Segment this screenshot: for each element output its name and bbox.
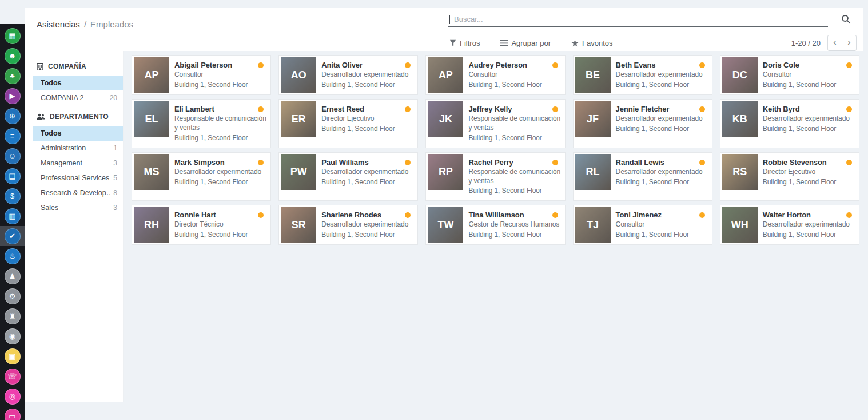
app-launcher-icon[interactable]: ♜ [0, 306, 25, 326]
company-filter-list: Todos COMPANIA 2 20 [25, 76, 123, 105]
employee-job-title: Desarrollador experimentado [321, 168, 415, 177]
employee-name: Ronnie Hart [174, 210, 268, 220]
attendance-status-dot[interactable] [699, 106, 705, 112]
app-launcher-icon[interactable]: ◎ [0, 386, 25, 406]
app-launcher-icon[interactable]: ▦ [0, 26, 25, 46]
app-launcher-icon[interactable]: ♣ [0, 66, 25, 86]
sidebar-item[interactable]: Todos [33, 126, 123, 141]
attendance-status-dot[interactable] [846, 160, 852, 165]
app-launcher-icon[interactable]: ♟ [0, 266, 25, 286]
employee-card[interactable]: WH Walter Horton Desarrollador experimen… [720, 205, 859, 245]
attendance-status-dot[interactable] [552, 62, 558, 68]
app-icon: ▤ [5, 168, 21, 184]
employee-card[interactable]: JF Jennie Fletcher Desarrollador experim… [573, 99, 712, 148]
employee-card[interactable]: KB Keith Byrd Desarrollador experimentad… [720, 99, 859, 148]
app-launcher-icon[interactable]: ♨ [0, 246, 25, 266]
sidebar-item[interactable]: Sales 3 [33, 200, 123, 215]
employee-card[interactable]: AP Audrey Peterson Consultor Building 1,… [425, 55, 565, 95]
employee-card[interactable]: RL Randall Lewis Desarrollador experimen… [573, 152, 712, 201]
search-input[interactable] [448, 13, 828, 27]
attendance-status-dot[interactable] [846, 62, 852, 68]
app-launcher-icon[interactable]: ☏ [0, 366, 25, 386]
employee-info: Anita Oliver Desarrollador experimentado… [316, 57, 416, 93]
sidebar-item-count: 3 [113, 159, 117, 167]
attendance-status-dot[interactable] [552, 160, 558, 165]
employee-info: Jeffrey Kelly Responsable de comunicació… [463, 101, 563, 146]
app-launcher-icon[interactable]: ▤ [0, 166, 25, 186]
pager-prev-button[interactable]: ‹ [827, 35, 842, 51]
employee-name: Toni Jimenez [616, 210, 709, 220]
employee-job-title: Desarrollador experimentado [616, 70, 709, 80]
pager-next-button[interactable]: › [842, 35, 857, 51]
app-icon: ▣ [5, 348, 21, 364]
attendance-status-dot[interactable] [699, 160, 705, 165]
attendance-status-dot[interactable] [552, 106, 558, 112]
employee-card[interactable]: RP Rachel Perry Responsable de comunicac… [425, 152, 565, 201]
sidebar-item[interactable]: COMPANIA 2 20 [33, 90, 123, 105]
employee-job-title: Responsable de comunicación y ventas [468, 168, 562, 186]
employee-job-title: Director Técnico [174, 220, 268, 229]
app-launcher-icon[interactable]: ▭ [0, 406, 25, 420]
attendance-status-dot[interactable] [552, 212, 558, 218]
employee-info: Mark Simpson Desarrollador experimentado… [169, 154, 269, 199]
app-launcher-icon[interactable]: $ [0, 186, 25, 206]
employee-info: Abigail Peterson Consultor Building 1, S… [169, 57, 269, 93]
favorites-button[interactable]: Favoritos [571, 39, 612, 47]
employee-name: Paul Williams [321, 157, 415, 167]
employee-job-title: Director Ejecutivo [321, 114, 415, 124]
employee-card[interactable]: SR Sharlene Rhodes Desarrollador experim… [278, 205, 418, 245]
users-icon [37, 113, 45, 120]
employee-location: Building 1, Second Floor [763, 125, 856, 134]
employee-name: Tina Williamson [468, 210, 562, 220]
employee-photo: RH [134, 207, 169, 243]
employee-card[interactable]: AO Anita Oliver Desarrollador experiment… [278, 55, 418, 95]
sidebar-item[interactable]: Todos [33, 76, 123, 90]
app-launcher-icon[interactable]: ☻ [0, 46, 25, 66]
employee-card[interactable]: ER Ernest Reed Director Ejecutivo Buildi… [278, 99, 418, 148]
app-launcher-icon[interactable]: ▣ [0, 346, 25, 366]
employee-card[interactable]: AP Abigail Peterson Consultor Building 1… [132, 55, 271, 95]
app-launcher-icon[interactable]: ⚙ [0, 286, 25, 306]
sidebar-item[interactable]: Administration 1 [33, 141, 123, 156]
group-by-label: Agrupar por [511, 39, 551, 47]
employee-photo: JF [575, 101, 611, 137]
app-rail: ▦ ☻ ♣ ▶ ⊕ ≡ ☺ ▤ $ ▥ [0, 24, 25, 420]
employee-card[interactable]: MS Mark Simpson Desarrollador experiment… [132, 152, 271, 201]
app-launcher-icon[interactable]: ▶ [0, 86, 25, 106]
employee-card[interactable]: DC Doris Cole Consultor Building 1, Seco… [720, 55, 859, 95]
app-launcher-icon[interactable]: ≡ [0, 126, 25, 146]
sidebar-item[interactable]: Management 3 [33, 156, 123, 171]
employee-location: Building 1, Second Floor [616, 231, 709, 240]
attendance-status-dot[interactable] [699, 62, 705, 68]
sidebar-item[interactable]: Professional Services 5 [33, 171, 123, 185]
app-launcher-icon[interactable]: ☺ [0, 146, 25, 166]
employee-card[interactable]: RS Robbie Stevenson Director Ejecutivo B… [720, 152, 859, 201]
app-launcher-icon[interactable]: ▥ [0, 206, 25, 226]
app-launcher-icon[interactable]: ⊕ [0, 106, 25, 126]
employee-location: Building 1, Second Floor [321, 178, 415, 187]
search-icon[interactable] [841, 14, 851, 24]
employee-card[interactable]: TJ Toni Jimenez Consultor Building 1, Se… [573, 205, 712, 245]
filters-button[interactable]: Filtros [449, 39, 480, 47]
group-by-button[interactable]: Agrupar por [500, 39, 551, 47]
employee-card[interactable]: BE Beth Evans Desarrollador experimentad… [573, 55, 712, 95]
employee-info: Tina Williamson Gestor de Recursos Human… [463, 207, 563, 243]
company-section-title: COMPAÑÍA [48, 62, 86, 70]
employee-location: Building 1, Second Floor [174, 134, 268, 143]
breadcrumb-parent[interactable]: Asistencias [37, 19, 80, 29]
attendance-status-dot[interactable] [258, 160, 264, 165]
employee-card[interactable]: EL Eli Lambert Responsable de comunicaci… [132, 99, 271, 148]
employee-card[interactable]: RH Ronnie Hart Director Técnico Building… [132, 205, 271, 245]
favorites-label: Favoritos [582, 39, 612, 47]
app-icon: ♣ [5, 68, 21, 84]
employee-job-title: Responsable de comunicación y ventas [468, 114, 562, 133]
employee-card[interactable]: JK Jeffrey Kelly Responsable de comunica… [425, 99, 565, 148]
app-launcher-icon[interactable]: ✔ [0, 226, 25, 246]
employee-photo: AP [134, 57, 169, 93]
sidebar-item[interactable]: Research & Develop… 8 [33, 185, 123, 200]
attendance-status-dot[interactable] [846, 106, 852, 112]
app-icon: ☻ [5, 48, 21, 64]
employee-card[interactable]: PW Paul Williams Desarrollador experimen… [278, 152, 418, 201]
employee-card[interactable]: TW Tina Williamson Gestor de Recursos Hu… [425, 205, 565, 245]
app-launcher-icon[interactable]: ◉ [0, 326, 25, 346]
